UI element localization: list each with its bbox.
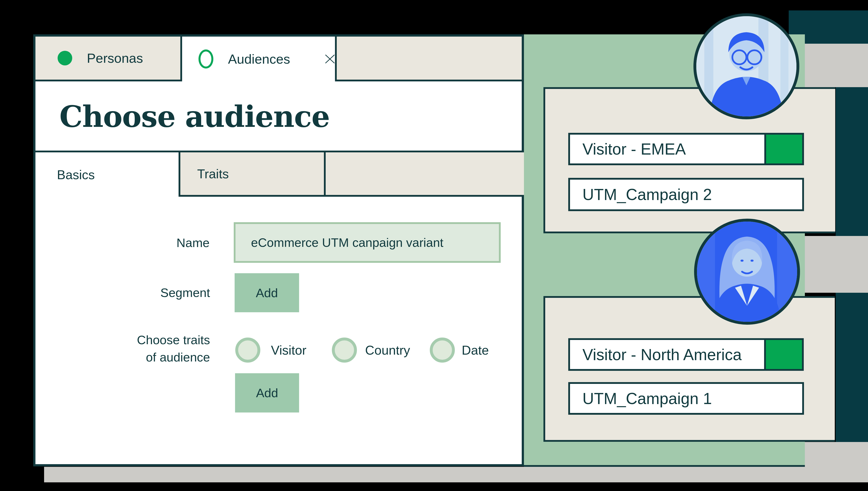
visitor-north-america-label: Visitor - North America bbox=[570, 346, 764, 364]
tab-personas[interactable]: Personas bbox=[33, 34, 182, 81]
utm-campaign-2-label: UTM_Campaign 2 bbox=[570, 185, 802, 204]
tab-personas-label: Personas bbox=[87, 51, 143, 66]
radio-date[interactable] bbox=[430, 338, 455, 363]
choose-traits-label-line2: of audience bbox=[99, 349, 210, 366]
outline-circle-icon bbox=[198, 50, 213, 68]
radio-visitor-label: Visitor bbox=[271, 342, 306, 358]
utm-campaign-1-box[interactable]: UTM_Campaign 1 bbox=[568, 382, 804, 415]
traits-add-button[interactable]: Add bbox=[235, 373, 299, 412]
name-label: Name bbox=[121, 234, 210, 252]
illustration-canvas: Visitor - EMEA UTM_Campaign 2 Visitor - … bbox=[0, 0, 868, 491]
tab-traits[interactable]: Traits bbox=[179, 152, 326, 197]
tab-audiences-label: Audiences bbox=[228, 52, 290, 67]
visitor-emea-green-tag bbox=[764, 135, 802, 164]
tab-basics[interactable]: Basics bbox=[35, 152, 179, 197]
visitor-emea-label: Visitor - EMEA bbox=[570, 140, 764, 158]
subtab-top-divider bbox=[33, 151, 524, 152]
tab-audiences[interactable]: Audiences bbox=[182, 34, 337, 81]
segment-label: Segment bbox=[121, 284, 210, 301]
radio-country-label: Country bbox=[365, 342, 410, 358]
segment-add-label: Add bbox=[256, 286, 278, 300]
segment-add-button[interactable]: Add bbox=[235, 273, 299, 312]
subtab-row-filler bbox=[326, 152, 524, 197]
name-input-value: eCommerce UTM canpaign variant bbox=[251, 235, 443, 250]
visitor-north-america-box[interactable]: Visitor - North America bbox=[568, 338, 804, 371]
gray-block-mid-right bbox=[805, 236, 868, 293]
choose-traits-label: Choose traits of audience bbox=[99, 331, 210, 366]
page-title: Choose audience bbox=[59, 99, 330, 134]
radio-visitor[interactable] bbox=[235, 338, 260, 363]
radio-country[interactable] bbox=[332, 338, 357, 363]
radio-date-label: Date bbox=[462, 342, 489, 358]
traits-add-label: Add bbox=[256, 386, 278, 400]
utm-campaign-2-box[interactable]: UTM_Campaign 2 bbox=[568, 178, 804, 211]
close-icon[interactable] bbox=[325, 53, 335, 65]
tab-basics-label: Basics bbox=[57, 167, 95, 182]
tab-traits-label: Traits bbox=[197, 166, 229, 181]
filled-circle-icon bbox=[58, 51, 72, 65]
man-avatar bbox=[693, 13, 799, 119]
man-avatar-graphic bbox=[696, 16, 797, 116]
visitor-emea-box[interactable]: Visitor - EMEA bbox=[568, 133, 804, 165]
name-input[interactable]: eCommerce UTM canpaign variant bbox=[234, 222, 501, 263]
gray-block-top-right bbox=[805, 44, 868, 87]
choose-traits-label-line1: Choose traits bbox=[99, 331, 210, 349]
gray-bottom-bar bbox=[44, 467, 868, 482]
visitor-north-america-green-tag bbox=[764, 340, 802, 369]
utm-campaign-1-label: UTM_Campaign 1 bbox=[570, 389, 802, 408]
woman-avatar bbox=[694, 219, 800, 325]
woman-avatar-graphic bbox=[697, 222, 797, 322]
tab-row-filler bbox=[337, 34, 524, 81]
